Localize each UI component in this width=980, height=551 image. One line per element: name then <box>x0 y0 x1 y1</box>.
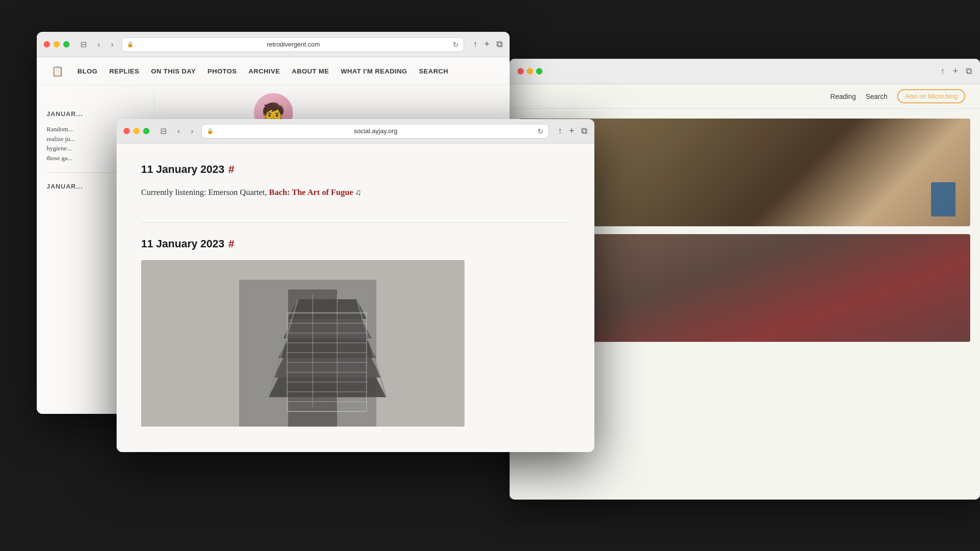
post-2-date-text: 11 January 2023 <box>141 238 224 250</box>
front-tabs-button[interactable]: ⧉ <box>581 126 588 136</box>
main-address-bar[interactable]: 🔒 retrodivergent.com ↻ <box>122 37 465 52</box>
front-close-button[interactable] <box>123 128 130 134</box>
post-divider <box>141 222 570 223</box>
staircase-photo <box>141 260 465 427</box>
post-2-image <box>141 260 465 427</box>
back-fullscreen-button[interactable] <box>536 68 542 74</box>
front-browser-toolbar: ⊟ ‹ › 🔒 social.ayjay.org ↻ ↑ + ⧉ <box>117 119 594 144</box>
main-tabs-button[interactable]: ⧉ <box>496 39 503 49</box>
post-1-hash-link[interactable]: # <box>228 163 234 176</box>
back-browser-toolbar: ↑ + ⧉ <box>510 59 980 84</box>
post-entry-2: 11 January 2023 # <box>141 238 570 427</box>
post-1-date-text: 11 January 2023 <box>141 163 224 176</box>
main-reload-button[interactable]: ↻ <box>453 41 459 48</box>
nav-item-replies[interactable]: REPLIES <box>109 68 139 75</box>
svg-marker-3 <box>288 299 367 319</box>
post-1-suffix: ♫ <box>353 188 362 197</box>
front-address-bar[interactable]: 🔒 social.ayjay.org ↻ <box>201 124 549 139</box>
back-nav-also-microblog[interactable]: Also on Micro.blog <box>897 89 965 103</box>
front-newtab-button[interactable]: + <box>569 126 574 136</box>
main-toolbar-actions: ↑ + ⧉ <box>473 39 503 49</box>
post-entry-1: 11 January 2023 # Currently listening: E… <box>141 163 570 199</box>
back-minimize-button[interactable] <box>527 68 533 74</box>
main-browser-toolbar: ⊟ ‹ › 🔒 retrodivergent.com ↻ ↑ + ⧉ <box>37 32 510 57</box>
staircase-svg <box>141 260 465 427</box>
front-lock-icon: 🔒 <box>207 128 214 134</box>
svg-marker-5 <box>278 338 376 358</box>
main-url-text: retrodivergent.com <box>137 41 450 48</box>
back-traffic-lights <box>517 68 542 74</box>
post-2-date: 11 January 2023 # <box>141 238 570 250</box>
nav-item-blog[interactable]: BLOG <box>77 68 98 75</box>
front-url-text: social.ayjay.org <box>217 127 535 135</box>
back-nav-bar: Reading Search Also on Micro.blog <box>510 84 980 109</box>
post-1-body: Currently listening: Emerson Quartet, Ba… <box>141 186 570 199</box>
main-minimize-button[interactable] <box>53 41 60 48</box>
front-share-button[interactable]: ↑ <box>558 126 562 136</box>
back-share-icon[interactable]: ↑ <box>940 66 945 76</box>
front-sidebar-toggle[interactable]: ⊟ <box>157 125 170 137</box>
nav-item-photos[interactable]: PHOTOS <box>208 68 237 75</box>
main-sidebar-toggle[interactable]: ⊟ <box>77 39 90 50</box>
back-close-button[interactable] <box>517 68 524 74</box>
nav-item-onthisday[interactable]: ON THIS DAY <box>151 68 196 75</box>
nav-item-search[interactable]: SEARCH <box>419 68 448 75</box>
svg-marker-6 <box>273 358 381 378</box>
main-newtab-button[interactable]: + <box>484 39 490 49</box>
main-traffic-lights <box>44 41 70 48</box>
nav-item-aboutme[interactable]: ABOUT ME <box>292 68 329 75</box>
post-2-hash-link[interactable]: # <box>228 238 234 250</box>
post-1-link[interactable]: Bach: The Art of Fugue <box>269 188 353 197</box>
browser-front-window: ⊟ ‹ › 🔒 social.ayjay.org ↻ ↑ + ⧉ 11 Janu… <box>117 119 594 452</box>
post-1-date: 11 January 2023 # <box>141 163 570 176</box>
main-back-button[interactable]: ‹ <box>95 39 103 50</box>
site-navigation: 📋 BLOG REPLIES ON THIS DAY PHOTOS ARCHIV… <box>37 57 510 85</box>
front-reload-button[interactable]: ↻ <box>538 127 543 135</box>
back-tabs-icon[interactable]: ⧉ <box>966 66 972 76</box>
post-1-prefix: Currently listening: Emerson Quartet, <box>141 188 269 197</box>
nav-item-reading[interactable]: WHAT I'M READING <box>341 68 407 75</box>
svg-marker-4 <box>283 319 371 338</box>
front-back-button[interactable]: ‹ <box>174 126 183 137</box>
main-close-button[interactable] <box>44 41 50 48</box>
front-minimize-button[interactable] <box>133 128 140 134</box>
svg-marker-7 <box>269 378 386 397</box>
back-toolbar-right: ↑ + ⧉ <box>940 66 972 76</box>
back-newtab-icon[interactable]: + <box>953 66 958 76</box>
front-traffic-lights <box>123 128 149 134</box>
main-fullscreen-button[interactable] <box>63 41 70 48</box>
back-nav-reading[interactable]: Reading <box>831 93 856 100</box>
nav-item-archive[interactable]: ARCHIVE <box>248 68 280 75</box>
main-forward-button[interactable]: › <box>108 39 116 50</box>
main-lock-icon: 🔒 <box>127 41 134 48</box>
back-nav-search[interactable]: Search <box>866 93 887 100</box>
sidebar-date-1: JANUAR... <box>47 110 144 118</box>
front-forward-button[interactable]: › <box>188 126 196 137</box>
front-fullscreen-button[interactable] <box>143 128 149 134</box>
site-logo-icon: 📋 <box>51 65 64 77</box>
main-share-button[interactable]: ↑ <box>473 39 477 49</box>
front-content-area: 11 January 2023 # Currently listening: E… <box>117 144 594 452</box>
front-toolbar-actions: ↑ + ⧉ <box>558 126 588 136</box>
